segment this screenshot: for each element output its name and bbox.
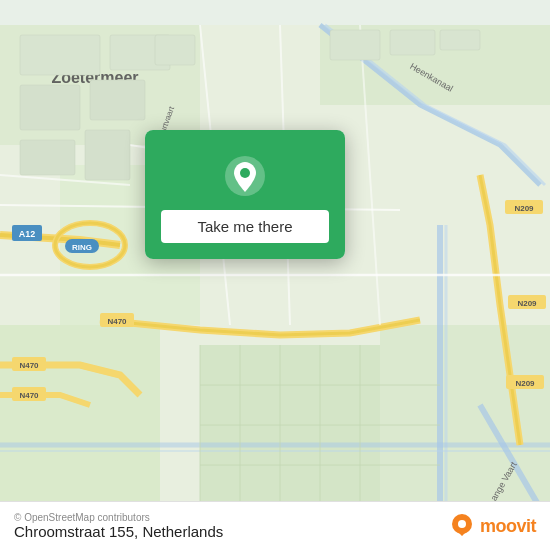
- svg-text:N470: N470: [19, 391, 39, 400]
- svg-text:N209: N209: [515, 379, 535, 388]
- location-pin-icon: [223, 154, 267, 198]
- svg-text:N209: N209: [517, 299, 537, 308]
- svg-text:RING: RING: [72, 243, 92, 252]
- svg-point-63: [458, 520, 466, 528]
- svg-text:N470: N470: [19, 361, 39, 370]
- map-container: A12 RING N470 N470 N470 N209 N209 N209 Z…: [0, 0, 550, 550]
- moovit-text: moovit: [480, 516, 536, 537]
- svg-rect-57: [330, 30, 380, 60]
- svg-rect-52: [20, 85, 80, 130]
- svg-rect-56: [85, 130, 130, 180]
- bottom-bar: © OpenStreetMap contributors Chroomstraa…: [0, 501, 550, 550]
- svg-point-61: [240, 168, 250, 178]
- svg-rect-58: [390, 30, 435, 55]
- bottom-left: © OpenStreetMap contributors Chroomstraa…: [14, 512, 223, 540]
- svg-rect-55: [20, 140, 75, 175]
- svg-text:N209: N209: [514, 204, 534, 213]
- svg-rect-54: [155, 35, 195, 65]
- location-name: Chroomstraat 155, Netherlands: [14, 523, 223, 540]
- svg-text:A12: A12: [19, 229, 36, 239]
- popup-green-section: Take me there: [145, 130, 345, 259]
- take-me-there-button[interactable]: Take me there: [161, 210, 329, 243]
- svg-rect-4: [200, 345, 380, 525]
- svg-rect-59: [440, 30, 480, 50]
- svg-text:N470: N470: [107, 317, 127, 326]
- map-background: A12 RING N470 N470 N470 N209 N209 N209 Z…: [0, 0, 550, 550]
- moovit-logo: moovit: [448, 512, 536, 540]
- svg-rect-3: [0, 325, 160, 525]
- svg-rect-50: [20, 35, 100, 75]
- popup-card: Take me there: [145, 130, 345, 259]
- moovit-icon-svg: [448, 512, 476, 540]
- svg-rect-53: [90, 80, 145, 120]
- copyright-text: © OpenStreetMap contributors: [14, 512, 223, 523]
